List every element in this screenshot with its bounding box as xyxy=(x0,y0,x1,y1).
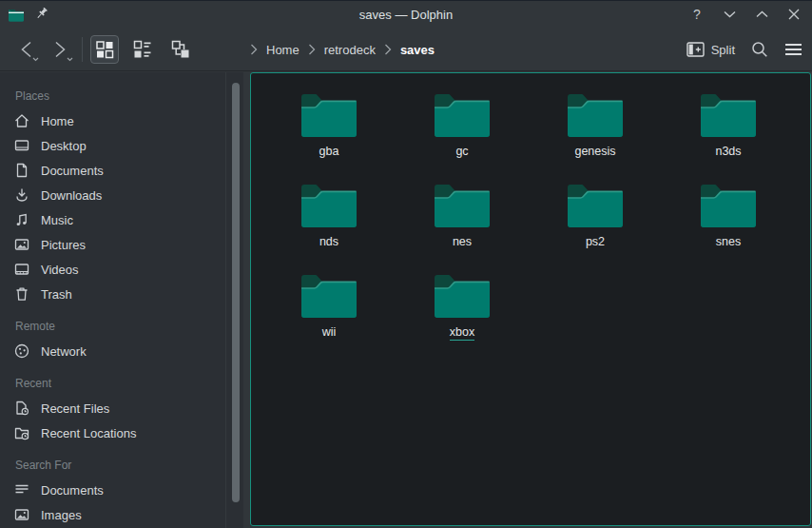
folder-grid: gba gc genesis n3ds nds xyxy=(262,86,799,357)
folder-label: snes xyxy=(716,235,741,249)
folder-icon xyxy=(300,92,358,140)
places-panel: Places Home Desktop Documents Downloads … xyxy=(0,72,243,528)
section-title-search-for: Search For xyxy=(15,459,243,472)
details-view-button[interactable] xyxy=(128,35,157,64)
sidebar-item-label: Desktop xyxy=(41,139,87,153)
recent-locations-icon xyxy=(13,424,30,441)
section-title-recent: Recent xyxy=(15,377,243,390)
desktop-icon xyxy=(13,137,30,154)
document-icon xyxy=(13,162,30,179)
folder-item-wii[interactable]: wii xyxy=(262,266,396,357)
image-icon xyxy=(13,506,30,523)
document-lines-icon xyxy=(13,481,30,499)
sidebar-item-label: Recent Files xyxy=(41,401,109,416)
download-icon xyxy=(13,186,30,204)
folder-label: gc xyxy=(455,145,468,159)
folder-icon xyxy=(699,92,758,140)
chevron-right-icon xyxy=(308,44,316,55)
folder-label: genesis xyxy=(574,145,615,159)
section-title-places: Places xyxy=(15,89,243,103)
folder-icon xyxy=(433,92,492,140)
folder-icon xyxy=(300,273,358,321)
network-icon xyxy=(13,342,30,360)
sidebar-item-label: Home xyxy=(41,114,74,128)
sidebar-item-label: Videos xyxy=(41,263,79,277)
pin-icon[interactable] xyxy=(34,7,49,22)
film-icon xyxy=(13,261,30,278)
sidebar-item-downloads[interactable]: Downloads xyxy=(13,183,243,207)
split-button-label: Split xyxy=(711,43,735,57)
sidebar-item-music[interactable]: Music xyxy=(13,207,243,232)
sidebar-item-videos[interactable]: Videos xyxy=(13,257,243,282)
sidebar-item-documents[interactable]: Documents xyxy=(13,158,243,183)
folder-icon xyxy=(699,183,758,230)
content-area: Places Home Desktop Documents Downloads … xyxy=(0,72,812,528)
forward-button[interactable] xyxy=(46,35,74,64)
sidebar-item-label: Music xyxy=(41,213,73,227)
folder-icon xyxy=(300,183,358,230)
sidebar-item-recent-files[interactable]: Recent Files xyxy=(13,396,243,420)
sidebar-item-label: Pictures xyxy=(41,238,86,252)
back-button[interactable] xyxy=(11,35,40,64)
maximize-button[interactable] xyxy=(753,6,770,23)
music-note-icon xyxy=(13,211,30,228)
sidebar-item-search-documents[interactable]: Documents xyxy=(13,478,243,502)
folder-icon xyxy=(566,183,625,230)
folder-item-n3ds[interactable]: n3ds xyxy=(662,86,795,176)
sidebar-item-pictures[interactable]: Pictures xyxy=(13,232,243,257)
folder-item-nds[interactable]: nds xyxy=(262,176,396,266)
folder-label: n3ds xyxy=(715,145,741,159)
hamburger-menu-icon[interactable] xyxy=(784,43,802,56)
folder-item-gba[interactable]: gba xyxy=(262,86,396,176)
section-title-remote: Remote xyxy=(15,320,243,333)
folder-label: nes xyxy=(453,235,472,249)
sidebar-item-label: Recent Locations xyxy=(41,426,136,440)
sidebar-item-search-images[interactable]: Images xyxy=(13,502,243,527)
folder-item-genesis[interactable]: genesis xyxy=(529,86,662,176)
sidebar-item-label: Downloads xyxy=(41,188,102,203)
titlebar: saves — Dolphin ? xyxy=(0,1,812,28)
folder-icon xyxy=(433,273,492,321)
sidebar-item-label: Trash xyxy=(41,287,72,302)
folder-label: wii xyxy=(322,325,337,340)
folder-item-gc[interactable]: gc xyxy=(396,86,529,176)
folder-icon xyxy=(566,92,625,140)
close-icon[interactable] xyxy=(785,6,802,23)
sidebar-item-desktop[interactable]: Desktop xyxy=(13,133,243,158)
folder-label: gba xyxy=(319,145,339,159)
breadcrumb-home[interactable]: Home xyxy=(266,43,300,57)
breadcrumb-retrodeck[interactable]: retrodeck xyxy=(324,43,376,57)
app-folder-icon xyxy=(8,7,25,22)
sidebar-item-label: Documents xyxy=(41,483,104,498)
folder-item-ps2[interactable]: ps2 xyxy=(529,176,662,266)
toolbar: Home retrodeck saves Split xyxy=(0,28,812,71)
breadcrumb-saves[interactable]: saves xyxy=(400,43,435,57)
folder-item-nes[interactable]: nes xyxy=(396,176,529,266)
sidebar-item-label: Network xyxy=(41,344,87,359)
sidebar-item-recent-locations[interactable]: Recent Locations xyxy=(13,420,243,445)
sidebar-item-trash[interactable]: Trash xyxy=(13,282,243,306)
breadcrumb: Home retrodeck saves xyxy=(250,28,435,71)
folder-item-xbox[interactable]: xbox xyxy=(396,266,529,357)
chevron-right-icon xyxy=(250,44,258,55)
folder-label: nds xyxy=(319,235,338,249)
sidebar-item-network[interactable]: Network xyxy=(13,339,243,363)
icons-view-button[interactable] xyxy=(90,35,119,64)
trash-icon xyxy=(13,285,30,303)
chevron-right-icon xyxy=(384,44,392,55)
help-button[interactable]: ? xyxy=(688,6,706,23)
split-view-icon xyxy=(686,42,705,57)
dolphin-window: saves — Dolphin ? xyxy=(0,0,812,528)
split-button[interactable]: Split xyxy=(686,42,735,57)
search-icon[interactable] xyxy=(751,41,768,58)
folder-item-snes[interactable]: snes xyxy=(662,176,795,266)
image-icon xyxy=(13,236,30,253)
sidebar-scrollbar[interactable] xyxy=(232,83,240,502)
sidebar-item-home[interactable]: Home xyxy=(13,108,243,133)
sidebar-item-label: Images xyxy=(41,508,82,522)
minimize-button[interactable] xyxy=(721,6,738,23)
recent-files-icon xyxy=(13,400,30,417)
home-icon xyxy=(13,112,30,129)
folder-label: ps2 xyxy=(586,235,605,249)
tree-view-button[interactable] xyxy=(166,35,195,64)
